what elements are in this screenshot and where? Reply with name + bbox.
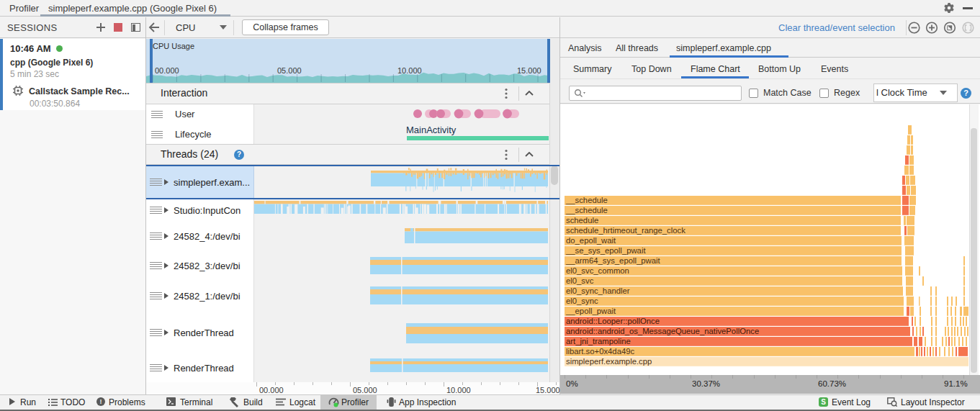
svg-text:el0_sync_handler: el0_sync_handler: [566, 286, 630, 295]
svg-text:el0_svc: el0_svc: [566, 276, 594, 285]
svg-text:__arm64_sys_epoll_pwait: __arm64_sys_epoll_pwait: [565, 256, 660, 265]
svg-text:art_jni_trampoline: art_jni_trampoline: [566, 337, 631, 345]
svg-text:__se_sys_epoll_pwait: __se_sys_epoll_pwait: [565, 246, 646, 255]
svg-text:el0_sync: el0_sync: [566, 297, 598, 305]
svg-text:__schedule: __schedule: [565, 206, 608, 214]
svg-text:libart.so+0x4da49c: libart.so+0x4da49c: [566, 347, 634, 356]
svg-text:android::android_os_MessageQue: android::android_os_MessageQueue_nativeP…: [566, 327, 759, 335]
svg-text:do_epoll_wait: do_epoll_wait: [566, 236, 616, 245]
svg-text:__epoll_pwait: __epoll_pwait: [565, 307, 616, 315]
svg-text:__schedule: __schedule: [565, 196, 608, 204]
svg-text:schedule_hrtimeout_range_clock: schedule_hrtimeout_range_clock: [566, 226, 685, 235]
svg-text:el0_svc_common: el0_svc_common: [566, 266, 629, 275]
svg-text:schedule: schedule: [566, 216, 598, 225]
svg-text:simpleperf.example.cpp: simpleperf.example.cpp: [566, 357, 652, 366]
svg-text:android::Looper::pollOnce: android::Looper::pollOnce: [566, 317, 660, 325]
